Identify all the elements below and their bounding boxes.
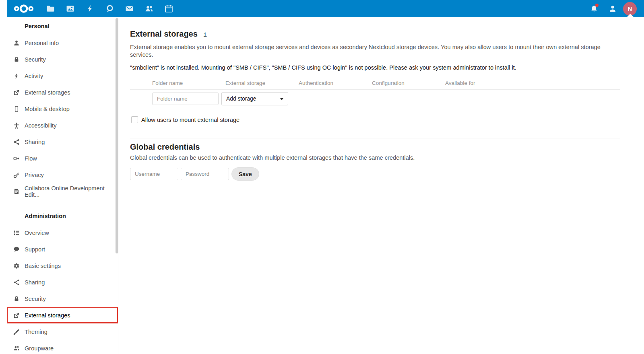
notification-dot — [595, 4, 599, 7]
user-icon — [13, 40, 20, 46]
password-field[interactable] — [181, 168, 229, 180]
sidebar-scrollbar[interactable] — [116, 18, 118, 253]
sidebar-item-label: Theming — [25, 329, 47, 335]
settings-sidebar: PersonalPersonal infoSecurityActivityExt… — [7, 17, 118, 354]
share-icon — [13, 139, 20, 145]
sidebar-item-accessibility[interactable]: Accessibility — [7, 117, 118, 134]
calendar-app-icon[interactable] — [159, 0, 179, 17]
storage-table-header: Folder nameExternal storageAuthenticatio… — [130, 80, 620, 90]
list-icon — [13, 230, 20, 236]
group-icon — [13, 345, 20, 352]
gear-icon — [13, 263, 20, 269]
flow-icon — [13, 155, 20, 162]
sidebar-item-privacy[interactable]: Privacy — [7, 167, 118, 183]
activity-app-icon[interactable] — [80, 0, 100, 17]
sidebar-item-label: Security — [25, 56, 46, 63]
share-icon — [13, 279, 20, 286]
chevron-down-icon — [280, 98, 283, 100]
sidebar-item-theming-admin[interactable]: Theming — [7, 323, 118, 340]
sidebar-item-label: Overview — [25, 230, 49, 236]
app-icon-list — [41, 0, 179, 17]
folder-name-input[interactable] — [152, 93, 219, 105]
sidebar-item-security-admin[interactable]: Security — [7, 290, 118, 307]
sidebar-item-sharing-admin[interactable]: Sharing — [7, 274, 118, 290]
user-menu-caret — [627, 14, 634, 17]
sidebar-item-mobile-desktop[interactable]: Mobile & desktop — [7, 101, 118, 117]
sidebar-item-activity[interactable]: Activity — [7, 68, 118, 84]
nextcloud-logo-icon[interactable] — [7, 4, 41, 14]
sidebar-item-groupware-admin[interactable]: Groupware — [7, 340, 118, 354]
phone-icon — [13, 106, 20, 112]
external-icon — [13, 312, 20, 319]
sidebar-item-label: Support — [25, 246, 45, 253]
info-icon[interactable]: i — [203, 31, 207, 38]
lock-icon — [13, 56, 20, 63]
sidebar-item-overview-admin[interactable]: Overview — [7, 224, 118, 241]
contacts-app-icon[interactable] — [139, 0, 159, 17]
sidebar-item-external-storages-admin[interactable]: External storages — [7, 307, 118, 323]
header-app-menu — [7, 0, 179, 17]
column-header-available-for: Available for — [445, 80, 518, 86]
bolt-icon — [13, 73, 20, 79]
sidebar-item-support-admin[interactable]: Support — [7, 241, 118, 257]
talk-app-icon[interactable] — [100, 0, 120, 17]
smbclient-warning: "smbclient" is not installed. Mounting o… — [130, 64, 620, 72]
column-header-folder-name: Folder name — [152, 80, 225, 86]
sidebar-item-personal-info[interactable]: Personal info — [7, 35, 118, 51]
document-icon — [13, 188, 20, 195]
sidebar-item-label: Sharing — [25, 139, 45, 145]
sidebar-item-flow[interactable]: Flow — [7, 150, 118, 167]
add-storage-select[interactable]: Add storage — [221, 92, 288, 105]
allow-users-checkbox[interactable] — [131, 116, 138, 123]
sidebar-item-security[interactable]: Security — [7, 51, 118, 68]
external-storages-settings: External storages i External storage ena… — [130, 17, 620, 181]
new-storage-row: Add storage — [130, 92, 620, 105]
username-field[interactable] — [130, 168, 178, 180]
sidebar-item-sharing[interactable]: Sharing — [7, 134, 118, 150]
sidebar-item-label: Mobile & desktop — [25, 106, 70, 112]
page-title: External storages — [130, 29, 198, 38]
sidebar-item-label: Activity — [25, 73, 43, 79]
section-divider — [130, 138, 620, 138]
add-storage-label: Add storage — [226, 96, 256, 102]
mail-app-icon[interactable] — [120, 0, 139, 17]
column-header-configuration: Configuration — [372, 80, 445, 86]
sidebar-item-label: Personal info — [25, 40, 59, 46]
sidebar-item-external-storages[interactable]: External storages — [7, 84, 118, 101]
column-header-external-storage: External storage — [225, 80, 299, 86]
sidebar-section-administration: Administration — [7, 208, 118, 224]
contacts-menu-icon[interactable] — [605, 0, 621, 17]
sidebar-item-collabora-online-development-edit[interactable]: Collabora Online Development Edit... — [7, 183, 118, 200]
global-credentials-form: Save — [130, 167, 620, 181]
save-button[interactable]: Save — [231, 167, 259, 181]
sidebar-item-label: Security — [25, 296, 46, 302]
column-header-authentication: Authentication — [299, 80, 372, 86]
allow-users-checkbox-row: Allow users to mount external storage — [131, 116, 620, 123]
brush-icon — [13, 329, 20, 335]
sidebar-item-label: Collabora Online Development Edit... — [25, 185, 118, 198]
key-icon — [13, 172, 20, 178]
section-description: External storage enables you to mount ex… — [130, 43, 620, 59]
sidebar-item-label: Groupware — [25, 345, 54, 352]
accessibility-icon — [13, 122, 20, 129]
sidebar-item-label: Privacy — [25, 172, 44, 178]
header-bar: N — [7, 0, 644, 17]
external-icon — [13, 89, 20, 96]
status-column-spacer — [130, 80, 152, 86]
sidebar-item-basic-settings-admin[interactable]: Basic settings — [7, 257, 118, 274]
lock-icon — [13, 296, 20, 302]
files-app-icon[interactable] — [41, 0, 60, 17]
global-credentials-title: Global credentials — [130, 142, 620, 152]
avatar-initial: N — [628, 5, 632, 12]
sidebar-item-label: External storages — [25, 312, 70, 319]
sidebar-section-personal: Personal — [7, 18, 118, 35]
notifications-bell-icon[interactable] — [586, 0, 602, 17]
chat-icon — [13, 246, 20, 253]
sidebar-item-label: Basic settings — [25, 263, 61, 269]
sidebar-item-label: Flow — [25, 155, 37, 162]
global-credentials-description: Global credentials can be used to authen… — [130, 154, 620, 161]
sidebar-item-label: Sharing — [25, 279, 45, 286]
photos-app-icon[interactable] — [60, 0, 80, 17]
allow-users-label: Allow users to mount external storage — [141, 117, 239, 123]
sidebar-item-label: Accessibility — [25, 122, 56, 129]
